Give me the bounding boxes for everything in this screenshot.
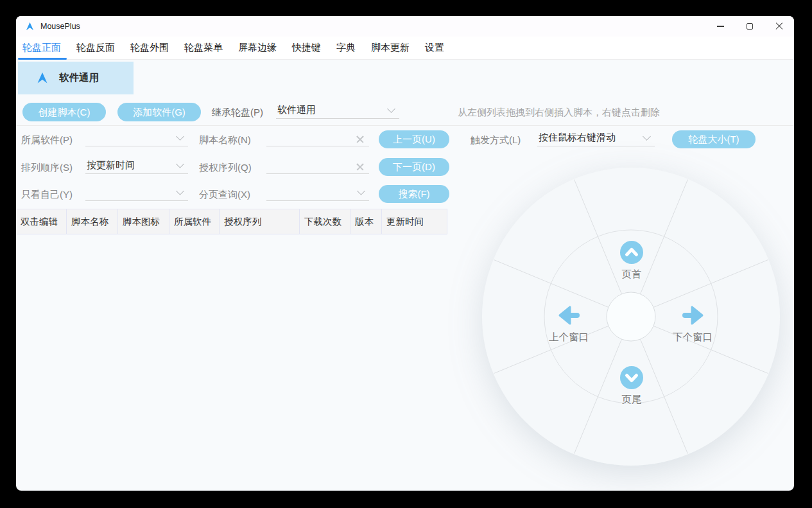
- wheel-item-label: 软件通用: [59, 71, 99, 85]
- col-owner-software[interactable]: 所属软件: [169, 209, 220, 234]
- next-page-button[interactable]: 下一页(D): [379, 158, 449, 176]
- close-button[interactable]: [764, 16, 794, 37]
- prev-page-button[interactable]: 上一页(U): [379, 130, 449, 148]
- tab-hotkeys[interactable]: 快捷键: [292, 37, 321, 60]
- arrow-left-icon[interactable]: [558, 304, 580, 326]
- close-icon: [775, 22, 783, 30]
- clear-icon[interactable]: [356, 162, 364, 171]
- col-script-name[interactable]: 脚本名称: [67, 209, 118, 234]
- chevron-down-icon: [176, 187, 184, 195]
- tab-settings[interactable]: 设置: [425, 37, 444, 60]
- app-logo-icon: [25, 22, 35, 31]
- script-name-input[interactable]: [266, 130, 369, 146]
- only-mine-select[interactable]: [85, 184, 188, 201]
- wheel-size-button[interactable]: 轮盘大小(T): [672, 130, 756, 148]
- chevron-down-icon: [387, 105, 395, 113]
- col-version[interactable]: 版本: [350, 209, 382, 234]
- tab-wheel-menu[interactable]: 轮盘菜单: [184, 37, 223, 60]
- arrow-right-icon[interactable]: [682, 304, 704, 326]
- selected-wheel-item[interactable]: 软件通用: [18, 62, 134, 94]
- search-button[interactable]: 搜索(F): [379, 185, 449, 203]
- chevron-down-icon: [643, 132, 651, 141]
- wheel-base[interactable]: [481, 166, 781, 467]
- owner-software-select[interactable]: [85, 130, 188, 146]
- owner-software-label: 所属软件(P): [21, 134, 73, 146]
- minimize-button[interactable]: [705, 16, 735, 37]
- main-tabbar: 轮盘正面 轮盘反面 轮盘外围 轮盘菜单 屏幕边缘 快捷键 字典 脚本更新 设置: [16, 37, 794, 60]
- wheel-sector-left-label[interactable]: 上个窗口: [540, 331, 598, 344]
- toolbar-divider: [16, 125, 794, 126]
- tab-screen-edge[interactable]: 屏幕边缘: [238, 37, 277, 60]
- sort-order-value: 按更新时间: [87, 159, 135, 171]
- tab-dictionary[interactable]: 字典: [336, 37, 356, 60]
- tab-wheel-back[interactable]: 轮盘反面: [76, 37, 115, 60]
- wheel-sector-bottom-label[interactable]: 页尾: [603, 393, 661, 407]
- col-auth-serial[interactable]: 授权序列: [220, 209, 300, 234]
- inherit-wheel-label: 继承轮盘(P): [212, 107, 263, 119]
- inherit-wheel-value: 软件通用: [277, 104, 316, 116]
- chevron-up-circle-icon[interactable]: [620, 241, 643, 264]
- col-download-count[interactable]: 下载次数: [300, 209, 350, 234]
- chevron-down-icon: [176, 160, 184, 168]
- tab-wheel-outer[interactable]: 轮盘外围: [130, 37, 169, 60]
- col-script-icon[interactable]: 脚本图标: [118, 209, 169, 234]
- mouseplus-window: MousePlus 轮盘正面 轮盘反面 轮盘外围 轮盘菜单 屏幕边缘 快捷键 字…: [16, 16, 794, 491]
- sort-order-label: 排列顺序(S): [21, 162, 73, 174]
- add-software-button[interactable]: 添加软件(G): [117, 103, 201, 121]
- script-table-header: 双击编辑 脚本名称 脚本图标 所属软件 授权序列 下载次数 版本 更新时间: [16, 209, 447, 234]
- auth-serial-input[interactable]: [266, 157, 369, 174]
- trigger-mode-value: 按住鼠标右键滑动: [539, 132, 616, 144]
- script-name-label: 脚本名称(N): [199, 134, 251, 146]
- only-mine-label: 只看自己(Y): [21, 189, 73, 201]
- tab-wheel-front[interactable]: 轮盘正面: [22, 37, 61, 60]
- inherit-wheel-select[interactable]: 软件通用: [276, 102, 399, 119]
- wheel-preview: 页首 上个窗口 下个窗口 页尾: [481, 166, 781, 467]
- drag-hint-text: 从左侧列表拖拽到右侧插入脚本，右键点击删除: [458, 107, 660, 119]
- page-query-select[interactable]: [266, 184, 369, 201]
- wheel-sector-right-label[interactable]: 下个窗口: [664, 331, 721, 344]
- window-title: MousePlus: [40, 22, 80, 31]
- chevron-down-circle-icon[interactable]: [620, 366, 643, 389]
- minimize-icon: [717, 26, 724, 26]
- wheel-sector-top-label[interactable]: 页首: [603, 268, 661, 281]
- title-bar: MousePlus: [16, 16, 794, 37]
- auth-serial-label: 授权序列(Q): [199, 162, 252, 174]
- page-query-label: 分页查询(X): [199, 189, 250, 201]
- maximize-button[interactable]: [735, 16, 764, 37]
- trigger-mode-label: 触发方式(L): [471, 134, 521, 146]
- chevron-down-icon: [176, 132, 184, 141]
- create-script-button[interactable]: 创建脚本(C): [22, 103, 106, 121]
- col-double-click-edit[interactable]: 双击编辑: [16, 209, 67, 234]
- trigger-mode-select[interactable]: 按住鼠标右键滑动: [537, 130, 655, 146]
- clear-icon[interactable]: [356, 135, 364, 143]
- wheel-item-icon: [36, 72, 49, 85]
- maximize-icon: [747, 23, 753, 30]
- col-update-time[interactable]: 更新时间: [382, 209, 447, 234]
- chevron-down-icon: [357, 187, 365, 195]
- tab-script-update[interactable]: 脚本更新: [371, 37, 410, 60]
- sort-order-select[interactable]: 按更新时间: [85, 157, 188, 174]
